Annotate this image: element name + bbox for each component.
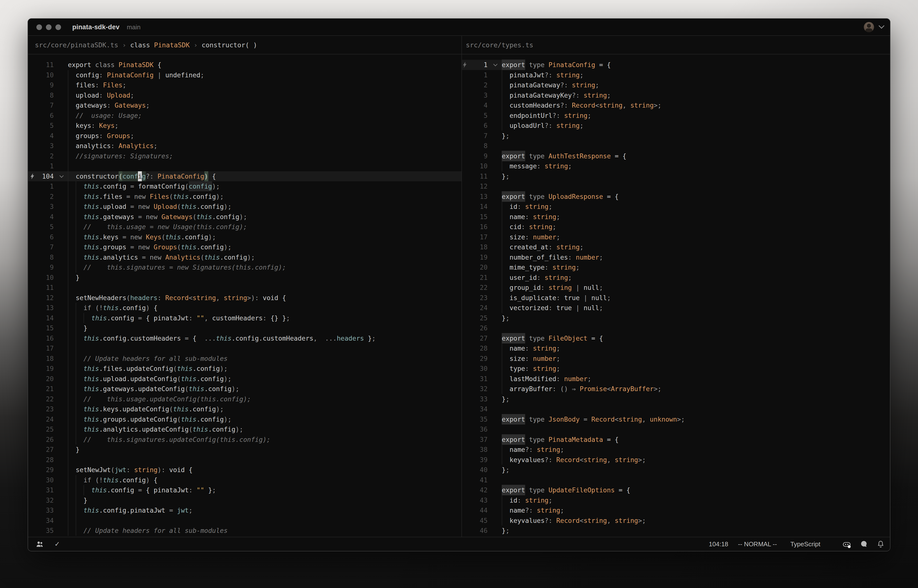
gutter[interactable]: 34 xyxy=(462,404,502,414)
gutter[interactable]: 3 xyxy=(462,90,502,100)
code-line[interactable]: 38name?: string; xyxy=(462,444,890,455)
gutter[interactable]: 1 xyxy=(462,60,502,70)
fold-chevron-icon[interactable] xyxy=(60,173,64,178)
code-line[interactable]: 1this.config = formatConfig(config); xyxy=(28,181,461,192)
gutter[interactable]: 19 xyxy=(462,252,502,263)
bell-icon[interactable] xyxy=(877,540,884,548)
code-line[interactable]: 43id: string; xyxy=(462,495,890,506)
gutter[interactable]: 12 xyxy=(462,181,502,192)
code-line[interactable]: 2this.files = new Files(this.config); xyxy=(28,192,461,202)
code-line[interactable]: 39keyvalues?: Record<string, string>; xyxy=(462,455,890,465)
gutter[interactable]: 3 xyxy=(28,141,68,151)
gutter[interactable]: 12 xyxy=(28,293,68,303)
code-line[interactable]: 21user_id: string; xyxy=(462,273,890,283)
code-line[interactable]: 19number_of_files: number; xyxy=(462,252,890,263)
gutter[interactable]: 24 xyxy=(462,303,502,313)
code-line[interactable]: 17size: number; xyxy=(462,232,890,242)
gutter[interactable]: 31 xyxy=(462,374,502,384)
language-label[interactable]: TypeScript xyxy=(790,540,820,548)
code-line[interactable]: 14this.config = { pinataJwt: "", customH… xyxy=(28,313,461,323)
code-line[interactable]: 42export type UpdateFileOptions = { xyxy=(462,485,890,495)
gutter[interactable]: 14 xyxy=(28,313,68,323)
code-line[interactable]: 2//signatures: Signatures; xyxy=(28,151,461,161)
gutter[interactable]: 1 xyxy=(28,161,68,171)
code-line[interactable]: 28 xyxy=(28,455,461,465)
code-line[interactable]: 13export type UploadResponse = { xyxy=(462,192,890,202)
code-line[interactable]: 11}; xyxy=(462,171,890,181)
gutter[interactable]: 9 xyxy=(462,151,502,161)
code-line[interactable]: 26 xyxy=(462,323,890,333)
gutter[interactable]: 17 xyxy=(28,343,68,354)
code-line[interactable]: 4customHeaders?: Record<string, string>; xyxy=(462,100,890,110)
gutter[interactable]: 8 xyxy=(28,90,68,100)
lightning-bolt-icon[interactable] xyxy=(30,173,34,179)
code-line[interactable]: 18// Update headers for all sub-modules xyxy=(28,354,461,364)
gutter[interactable]: 38 xyxy=(462,444,502,455)
copilot-icon[interactable] xyxy=(842,540,852,548)
gutter[interactable]: 13 xyxy=(462,192,502,202)
gutter[interactable]: 17 xyxy=(462,232,502,242)
gutter[interactable]: 33 xyxy=(28,505,68,515)
code-line[interactable]: 35// Update headers for all sub-modules xyxy=(28,525,461,536)
code-line[interactable]: 5// this.usage = new Usage(this.config); xyxy=(28,222,461,232)
gutter[interactable]: 18 xyxy=(462,242,502,252)
code-line[interactable]: 37export type PinataMetadata = { xyxy=(462,435,890,445)
code-line[interactable]: 23this.keys.updateConfig(this.config); xyxy=(28,404,461,414)
code-line[interactable]: 14id: string; xyxy=(462,202,890,212)
code-line[interactable]: 23is_duplicate: true | null; xyxy=(462,293,890,303)
gutter[interactable]: 46 xyxy=(462,525,502,536)
gutter[interactable]: 35 xyxy=(28,525,68,536)
gutter[interactable]: 44 xyxy=(462,505,502,515)
gutter[interactable]: 2 xyxy=(28,192,68,202)
gutter[interactable]: 25 xyxy=(28,424,68,435)
gutter[interactable]: 6 xyxy=(28,110,68,121)
code-area-types[interactable]: 1export type PinataConfig = {1pinataJwt?… xyxy=(462,54,890,537)
gutter[interactable]: 27 xyxy=(28,444,68,455)
code-line[interactable]: 35export type JsonBody = Record<string, … xyxy=(462,414,890,425)
gutter[interactable]: 40 xyxy=(462,465,502,475)
code-line[interactable]: 31lastModified: number; xyxy=(462,374,890,384)
gutter[interactable]: 6 xyxy=(28,232,68,242)
code-line[interactable]: 45keyvalues?: Record<string, string>; xyxy=(462,515,890,526)
gutter[interactable]: 4 xyxy=(28,131,68,141)
gutter[interactable]: 43 xyxy=(462,495,502,506)
code-line[interactable]: 13if (!this.config) { xyxy=(28,303,461,313)
code-line[interactable]: 19this.files.updateConfig(this.config); xyxy=(28,363,461,374)
gutter[interactable]: 7 xyxy=(28,100,68,110)
code-line[interactable]: 33}; xyxy=(462,394,890,404)
gutter[interactable]: 35 xyxy=(462,414,502,425)
code-line[interactable]: 3analytics: Analytics; xyxy=(28,141,461,151)
gutter[interactable]: 21 xyxy=(462,273,502,283)
code-line[interactable]: 4this.gateways = new Gateways(this.confi… xyxy=(28,212,461,222)
code-line[interactable]: 41 xyxy=(462,475,890,485)
gutter[interactable]: 2 xyxy=(28,151,68,161)
code-line[interactable]: 29size: number; xyxy=(462,354,890,364)
gutter[interactable]: 30 xyxy=(28,475,68,485)
gutter[interactable]: 29 xyxy=(28,465,68,475)
code-line[interactable]: 11export class PinataSDK { xyxy=(28,60,461,70)
gutter[interactable]: 37 xyxy=(462,435,502,445)
code-line[interactable]: 20this.upload.updateConfig(this.config); xyxy=(28,374,461,384)
gutter[interactable]: 45 xyxy=(462,515,502,526)
code-line[interactable]: 8 xyxy=(462,141,890,151)
code-line[interactable]: 16cid: string; xyxy=(462,222,890,232)
code-line[interactable]: 9// this.signatures = new Signatures(thi… xyxy=(28,262,461,273)
code-line[interactable]: 8upload: Upload; xyxy=(28,90,461,100)
lightning-bolt-icon[interactable] xyxy=(463,62,467,68)
code-line[interactable]: 46}; xyxy=(462,525,890,536)
code-line[interactable]: 21this.gateways.updateConfig(this.config… xyxy=(28,384,461,394)
code-line[interactable]: 5endpointUrl?: string; xyxy=(462,110,890,121)
gutter[interactable]: 9 xyxy=(28,262,68,273)
code-line[interactable]: 34 xyxy=(28,515,461,526)
code-line[interactable]: 25this.analytics.updateConfig(this.confi… xyxy=(28,424,461,435)
code-line[interactable]: 6this.keys = new Keys(this.config); xyxy=(28,232,461,242)
code-line[interactable]: 27} xyxy=(28,444,461,455)
gutter[interactable]: 29 xyxy=(462,354,502,364)
code-line[interactable]: 18created_at: string; xyxy=(462,242,890,252)
code-line[interactable]: 9files: Files; xyxy=(28,80,461,90)
code-line[interactable]: 30if (!this.config) { xyxy=(28,475,461,485)
code-line[interactable]: 6// usage: Usage; xyxy=(28,110,461,121)
gutter[interactable]: 8 xyxy=(462,141,502,151)
code-line[interactable]: 24vectorized: true | null; xyxy=(462,303,890,313)
code-line[interactable]: 44name?: string; xyxy=(462,505,890,515)
